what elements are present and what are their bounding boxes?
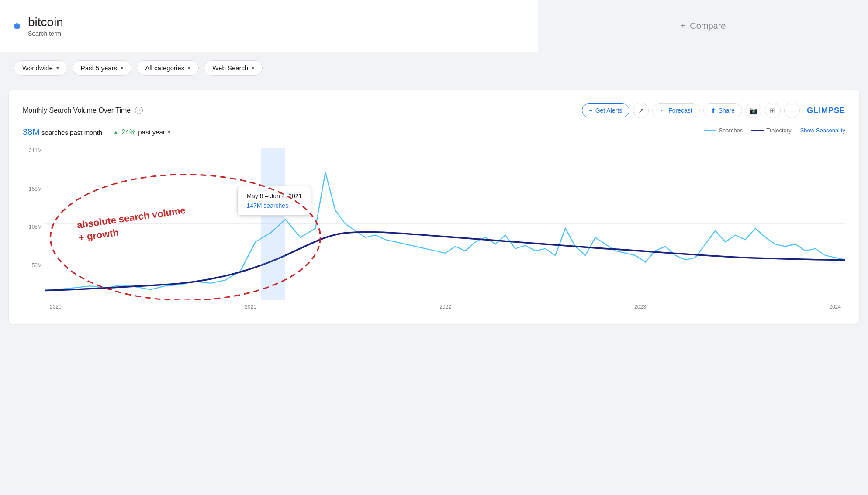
searches-legend-line bbox=[704, 130, 716, 131]
trajectory-legend-line bbox=[751, 130, 764, 131]
x-axis-labels: 2020 2021 2022 2023 2024 bbox=[45, 300, 845, 313]
chart-container: 211M 158M 105M 53M bbox=[23, 148, 845, 313]
region-filter[interactable]: Worldwide ▾ bbox=[14, 60, 67, 76]
table-icon: ⊞ bbox=[770, 107, 775, 115]
x-label-2024: 2024 bbox=[829, 304, 841, 310]
y-label-158: 158M bbox=[29, 186, 42, 192]
y-label-211: 211M bbox=[29, 148, 42, 154]
x-label-2022: 2022 bbox=[439, 304, 451, 310]
x-label-2020: 2020 bbox=[50, 304, 62, 310]
term-dot bbox=[14, 23, 20, 29]
chart-actions: + Get Alerts ↗ 〰 Forecast ⬆ Share 📷 ⊞ ⋮ bbox=[582, 103, 846, 118]
compare-label: Compare bbox=[690, 21, 726, 31]
category-chevron-icon: ▾ bbox=[188, 65, 190, 71]
category-filter[interactable]: All categories ▾ bbox=[137, 60, 199, 76]
table-button[interactable]: ⊞ bbox=[765, 103, 781, 118]
forecast-icon: 〰 bbox=[660, 107, 666, 114]
category-filter-label: All categories bbox=[145, 64, 184, 72]
external-link-button[interactable]: ↗ bbox=[633, 103, 649, 118]
search-type-chevron-icon: ▾ bbox=[252, 65, 254, 71]
show-seasonality-button[interactable]: Show Seasonality bbox=[800, 127, 845, 134]
searches-legend: Searches bbox=[704, 127, 743, 134]
x-label-2023: 2023 bbox=[634, 304, 646, 310]
growth-percent: 24% bbox=[121, 128, 135, 136]
camera-icon: 📷 bbox=[749, 107, 758, 115]
time-chevron-icon: ▾ bbox=[121, 65, 123, 71]
searches-legend-label: Searches bbox=[719, 127, 743, 134]
y-label-53: 53M bbox=[32, 262, 42, 268]
trajectory-legend: Trajectory bbox=[751, 127, 791, 134]
searches-count: 38M bbox=[23, 127, 40, 137]
share-label: Share bbox=[719, 107, 735, 114]
search-term-type: Search term bbox=[28, 30, 63, 37]
stats-row: 38M searches past month ▲ 24% past year … bbox=[23, 127, 171, 137]
time-filter-label: Past 5 years bbox=[81, 64, 117, 72]
filter-bar: Worldwide ▾ Past 5 years ▾ All categorie… bbox=[0, 52, 868, 83]
growth-stat: ▲ 24% past year ▾ bbox=[113, 128, 171, 136]
chart-header: Monthly Search Volume Over Time ? + Get … bbox=[23, 103, 845, 118]
search-term-box: bitcoin Search term bbox=[0, 0, 538, 52]
get-alerts-label: Get Alerts bbox=[595, 107, 622, 114]
more-icon: ⋮ bbox=[788, 107, 795, 115]
chart-title-area: Monthly Search Volume Over Time ? bbox=[23, 107, 143, 114]
growth-chevron-icon[interactable]: ▾ bbox=[168, 129, 171, 135]
get-alerts-button[interactable]: + Get Alerts bbox=[582, 103, 630, 117]
external-link-icon: ↗ bbox=[638, 107, 644, 115]
compare-plus-icon: + bbox=[681, 21, 686, 31]
search-type-filter[interactable]: Web Search ▾ bbox=[204, 60, 263, 76]
search-type-filter-label: Web Search bbox=[212, 64, 248, 72]
growth-label: past year bbox=[138, 128, 165, 136]
more-button[interactable]: ⋮ bbox=[784, 103, 800, 118]
help-icon[interactable]: ? bbox=[135, 107, 143, 114]
share-icon: ⬆ bbox=[711, 107, 716, 114]
search-term-title: bitcoin bbox=[28, 15, 63, 29]
chart-svg-wrapper: May 8 – Jun 4, 2021 147M searches absolu… bbox=[45, 148, 845, 300]
trajectory-legend-label: Trajectory bbox=[766, 127, 791, 134]
region-filter-label: Worldwide bbox=[22, 64, 53, 72]
glimpse-logo: GLIMPSE bbox=[807, 106, 845, 115]
legend-row: Searches Trajectory Show Seasonality bbox=[704, 127, 845, 134]
searches-suffix: searches past month bbox=[40, 129, 102, 136]
region-chevron-icon: ▾ bbox=[56, 65, 59, 71]
y-label-105: 105M bbox=[29, 224, 42, 230]
forecast-label: Forecast bbox=[668, 107, 692, 114]
chart-title-text: Monthly Search Volume Over Time bbox=[23, 107, 131, 114]
time-filter[interactable]: Past 5 years ▾ bbox=[73, 60, 131, 76]
compare-button[interactable]: + Compare bbox=[538, 0, 868, 52]
searches-stat: 38M searches past month bbox=[23, 127, 102, 137]
camera-button[interactable]: 📷 bbox=[746, 103, 761, 118]
chart-svg bbox=[45, 148, 845, 300]
y-axis-labels: 211M 158M 105M 53M bbox=[23, 148, 45, 300]
get-alerts-icon: + bbox=[589, 107, 593, 114]
main-content: Monthly Search Volume Over Time ? + Get … bbox=[9, 90, 859, 324]
forecast-button[interactable]: 〰 Forecast bbox=[652, 103, 699, 117]
share-button[interactable]: ⬆ Share bbox=[703, 103, 742, 117]
triangle-up-icon: ▲ bbox=[113, 129, 119, 136]
x-label-2021: 2021 bbox=[245, 304, 256, 310]
